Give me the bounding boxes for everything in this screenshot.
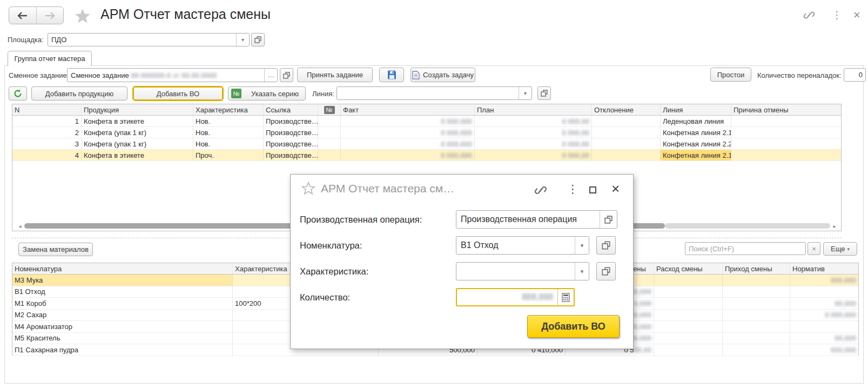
- chevron-down-icon[interactable]: ▾: [236, 34, 249, 46]
- changeovers-label: Количество переналадок:: [757, 71, 842, 79]
- create-task-button[interactable]: Создать задачу: [411, 68, 475, 82]
- calculator-icon[interactable]: [557, 289, 574, 305]
- col-shift-income[interactable]: Приход смены: [723, 263, 790, 274]
- chevron-down-icon: ▾: [847, 246, 850, 252]
- col-deviation[interactable]: Отклонение: [592, 104, 661, 115]
- tab-master-report-group[interactable]: Группа отчет мастера: [8, 51, 92, 66]
- search-clear-button[interactable]: ×: [808, 242, 820, 255]
- save-button[interactable]: [379, 68, 404, 82]
- scrollbar-track[interactable]: [665, 223, 830, 229]
- cell-fact: 8 888,888: [341, 138, 475, 149]
- arrow-right-icon: [44, 12, 55, 19]
- add-product-button[interactable]: Добавить продукцию: [31, 86, 127, 101]
- col-standard[interactable]: Норматив: [790, 263, 858, 274]
- col-n[interactable]: N: [12, 104, 82, 115]
- shift-task-open-button[interactable]: [280, 68, 293, 82]
- col-series-badge[interactable]: №: [318, 104, 341, 115]
- chevron-down-icon[interactable]: ▾: [575, 237, 589, 254]
- characteristic-input[interactable]: ▾: [456, 262, 589, 280]
- search-input[interactable]: [685, 242, 806, 255]
- choose-ellipsis-icon[interactable]: …: [264, 69, 277, 82]
- chevron-down-icon[interactable]: ▾: [575, 263, 589, 280]
- changeovers-input[interactable]: 0: [844, 68, 866, 82]
- favorite-star-icon[interactable]: [75, 8, 91, 24]
- replace-materials-button[interactable]: Замена материалов: [18, 243, 93, 256]
- open-form-icon: [602, 267, 610, 276]
- chevron-down-icon[interactable]: ▾: [519, 87, 531, 99]
- table-row-selected[interactable]: 4 Конфета в этикете Проч. Производстве… …: [12, 150, 841, 161]
- line-open-button[interactable]: [537, 86, 551, 100]
- cell-plan: 8 888,88: [475, 116, 592, 126]
- cell-line-current: Конфетная линия 2.1: [661, 150, 731, 160]
- refresh-button[interactable]: [9, 86, 27, 101]
- scroll-right-icon[interactable]: ▸: [830, 222, 839, 230]
- col-nomenclature[interactable]: Номенклатура: [12, 263, 233, 274]
- add-vo-button[interactable]: Добавить ВО: [133, 86, 223, 101]
- cell-nomenclature: М5 Краситель: [12, 333, 233, 344]
- cell-deviation: [592, 150, 661, 160]
- scroll-left-icon[interactable]: ◂: [16, 222, 24, 230]
- get-link-icon[interactable]: [803, 10, 816, 21]
- cell-standard: 888,888: [790, 344, 858, 356]
- cell-characteristic: Нов.: [193, 127, 264, 138]
- cell-link: Производстве…: [264, 127, 318, 138]
- characteristic-label: Характеристика:: [300, 266, 368, 277]
- cell-fact: 8 888,888: [341, 116, 475, 126]
- shift-task-input[interactable]: Сменное задание 88-888888-8 от 88.88.888…: [67, 68, 278, 82]
- site-open-button[interactable]: [251, 33, 265, 46]
- forward-button[interactable]: [36, 7, 64, 24]
- get-link-icon[interactable]: [534, 184, 548, 196]
- site-input[interactable]: ПДО ▾: [48, 33, 250, 46]
- close-dialog-icon[interactable]: ×: [611, 180, 620, 197]
- col-line[interactable]: Линия: [661, 104, 731, 115]
- cell-nomenclature: М2 Сахар: [12, 310, 233, 321]
- col-product[interactable]: Продукция: [82, 104, 193, 115]
- nomenclature-open-button[interactable]: [596, 236, 616, 255]
- back-button[interactable]: [9, 7, 36, 24]
- dialog-title: АРМ Отчет мастера см…: [321, 182, 454, 195]
- app-window: АРМ Отчет мастера смены ⋮ × Площадка: ПД…: [0, 0, 868, 388]
- col-plan[interactable]: План: [475, 104, 592, 115]
- nomenclature-input[interactable]: В1 Отход ▾: [456, 236, 589, 255]
- table-row[interactable]: 1 Конфета в этикете Нов. Производстве… 8…: [12, 116, 841, 127]
- production-operation-input[interactable]: Производственная операция: [456, 210, 617, 229]
- col-link[interactable]: Ссылка: [264, 104, 318, 115]
- production-table-header: N Продукция Характеристика Ссылка № Факт…: [12, 104, 841, 116]
- cell-deviation: [592, 138, 661, 149]
- cell-standard: 88,888: [790, 333, 858, 344]
- table-row[interactable]: 2 Конфета (упак 1 кг) Нов. Производстве……: [12, 127, 841, 138]
- characteristic-open-button[interactable]: [596, 262, 616, 280]
- save-floppy-icon: [387, 70, 396, 79]
- accept-task-button[interactable]: Принять задание: [297, 68, 373, 82]
- open-form-icon[interactable]: [600, 211, 617, 228]
- close-window-icon[interactable]: ×: [853, 9, 860, 21]
- production-operation-label: Производственная операция:: [300, 215, 422, 225]
- cell-cancel-reason: [731, 116, 841, 126]
- document-icon: [412, 71, 420, 79]
- line-input[interactable]: ▾: [337, 86, 532, 100]
- cell-product: Конфета в этикете: [82, 150, 193, 160]
- favorite-star-icon[interactable]: [301, 182, 315, 195]
- col-characteristic[interactable]: Характеристика: [193, 104, 264, 115]
- downtime-button[interactable]: Простои: [710, 68, 751, 82]
- set-series-button[interactable]: № Указать серию: [228, 86, 306, 101]
- quantity-input[interactable]: 888,888: [456, 288, 575, 306]
- cell-line: Конфетная линия 2.1: [661, 127, 731, 138]
- add-vo-dialog: АРМ Отчет мастера см… ⋮ × Производственн…: [290, 174, 634, 349]
- kebab-menu-icon[interactable]: ⋮: [832, 9, 842, 21]
- col-fact[interactable]: Факт: [341, 104, 475, 115]
- open-form-icon: [541, 90, 548, 97]
- maximize-icon[interactable]: [589, 186, 596, 195]
- table-row[interactable]: 3 Конфета (упак 1 кг) Нов. Производстве……: [12, 138, 841, 150]
- cell-line: Леденцовая линия: [661, 116, 731, 126]
- shift-task-label: Сменное задание:: [9, 71, 69, 79]
- cell-characteristic: Нов.: [193, 116, 264, 126]
- col-shift-consumption[interactable]: Расход смены: [654, 263, 723, 274]
- series-number-badge-icon: №: [231, 89, 241, 98]
- cell-characteristic: Нов.: [193, 138, 264, 149]
- more-button[interactable]: Еще ▾: [823, 242, 857, 256]
- col-cancel-reason[interactable]: Причина отмены: [731, 104, 841, 115]
- dialog-add-vo-button[interactable]: Добавить ВО: [527, 315, 620, 338]
- kebab-menu-icon[interactable]: ⋮: [567, 183, 578, 196]
- cell-standard: 888,888: [790, 275, 858, 286]
